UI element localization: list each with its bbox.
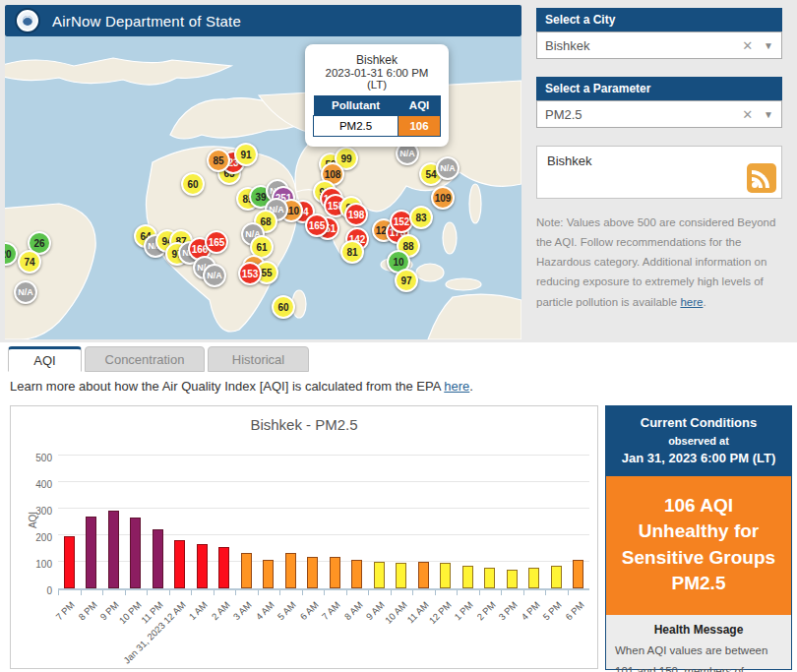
chart-bar [484, 568, 495, 588]
tab-aqi[interactable]: AQI [8, 346, 82, 372]
chart-bar [174, 540, 185, 588]
chart-x-tick [523, 590, 524, 595]
top-section: AirNow Department of State [0, 0, 797, 342]
tab-bar: AQI Concentration Historical [8, 346, 309, 372]
chart-y-tick-label: 300 [17, 506, 52, 517]
aqi-marker-74[interactable]: 74 [18, 250, 41, 274]
chart-x-tick [235, 590, 236, 595]
chart-bar [330, 557, 340, 588]
conditions-aqi-value: 106 AQI [612, 493, 785, 519]
clear-parameter-icon[interactable]: ✕ [735, 107, 760, 122]
aqi-marker-198[interactable]: 198 [344, 203, 368, 226]
health-message-title: Health Message [615, 623, 782, 637]
world-aqi-map[interactable]: 202674N/A60632385918539N/A25154110N/A589… [5, 36, 521, 339]
chart-plot-area: 7 PM8 PM9 PM10 PM11 PMJan 31, 2023 12 AM… [58, 458, 589, 590]
chart-gridline [58, 481, 589, 482]
aqi-marker-91[interactable]: 91 [234, 143, 258, 166]
aqi-marker-165[interactable]: 165 [205, 230, 228, 254]
learn-more-text: Learn more about how the Air Quality Ind… [10, 379, 473, 394]
aqi-marker-na[interactable]: N/A [436, 156, 460, 180]
chart-title: Bishkek - PM2.5 [11, 416, 597, 433]
aqi-marker-85[interactable]: 85 [207, 149, 230, 172]
chart-x-tick [346, 590, 347, 595]
chart-x-tick [258, 590, 259, 595]
city-dropdown-caret-icon[interactable]: ▼ [760, 40, 773, 51]
chart-bar [507, 570, 518, 588]
conditions-title: Current Conditions [610, 413, 787, 433]
chart-bar [241, 553, 252, 588]
chart-bar [396, 563, 406, 588]
chart-bar [197, 544, 208, 588]
chart-gridline [58, 455, 589, 456]
chart-x-tick [147, 590, 148, 595]
chart-x-tick [479, 590, 480, 595]
aqi-marker-97[interactable]: 97 [395, 269, 418, 292]
aqi-marker-na[interactable]: N/A [14, 280, 37, 304]
chart-x-tick [368, 590, 369, 595]
chart-y-tick-label: 200 [17, 532, 52, 543]
popup-aqi-table: Pollutant AQI PM2.5 106 [313, 95, 441, 137]
chart-x-tick [125, 590, 126, 595]
popup-aqi-value: 106 [398, 116, 441, 137]
aqi-marker-60[interactable]: 60 [272, 295, 295, 319]
chart-bar [64, 536, 75, 588]
chart-x-tick [545, 590, 546, 595]
chart-x-tick [501, 590, 502, 595]
beyond-aqi-note: Note: Values above 500 are considered Be… [536, 213, 782, 312]
city-feed-box: Bishkek [536, 146, 782, 199]
aqi-marker-na[interactable]: N/A [203, 264, 226, 287]
aqi-marker-153[interactable]: 153 [238, 262, 262, 285]
chart-x-tick [324, 590, 325, 595]
app-header: AirNow Department of State [5, 5, 521, 36]
conditions-aqi-block: 106 AQI Unhealthy for Sensitive Groups P… [606, 476, 791, 615]
airnow-page: AirNow Department of State [0, 0, 797, 672]
chart-x-tick [412, 590, 413, 595]
map-popup: Bishkek 2023-01-31 6:00 PM (LT) Pollutan… [305, 44, 449, 147]
conditions-observed-at: observed at [610, 433, 787, 450]
parameter-select-value: PM2.5 [545, 107, 735, 122]
chart-x-tick [81, 590, 82, 595]
city-select[interactable]: Bishkek ✕ ▼ [536, 31, 782, 59]
aqi-marker-81[interactable]: 81 [340, 240, 364, 264]
aqi-marker-83[interactable]: 83 [409, 206, 433, 229]
chart-bar [108, 511, 119, 588]
learn-more-here-link[interactable]: here [444, 379, 469, 394]
popup-col-pollutant: Pollutant [314, 95, 398, 116]
chart-x-tick [435, 590, 436, 595]
chart-bar [374, 562, 385, 588]
bottom-section: AQI Concentration Historical Learn more … [0, 342, 797, 672]
city-select-value: Bishkek [545, 38, 735, 53]
parameter-dropdown-caret-icon[interactable]: ▼ [760, 109, 773, 120]
conditions-pollutant: PM2.5 [612, 571, 785, 597]
chart-bar [218, 547, 229, 588]
chart-x-tick [457, 590, 458, 595]
tab-concentration[interactable]: Concentration [85, 346, 205, 372]
clear-city-icon[interactable]: ✕ [735, 38, 760, 53]
aqi-marker-165[interactable]: 165 [305, 214, 329, 237]
chart-bar [573, 560, 583, 588]
chart-x-tick [102, 590, 103, 595]
select-parameter-header: Select a Parameter [536, 77, 782, 100]
chart-bar [418, 562, 429, 588]
current-conditions-panel: Current Conditions observed at Jan 31, 2… [605, 405, 792, 670]
popup-col-aqi: AQI [398, 95, 441, 116]
popup-timezone: (LT) [313, 79, 441, 91]
popup-datetime: 2023-01-31 6:00 PM [313, 67, 441, 79]
chart-x-tick [191, 590, 192, 595]
learn-more-suffix: . [469, 379, 473, 394]
note-here-link[interactable]: here [680, 296, 703, 308]
aqi-marker-60[interactable]: 60 [181, 172, 205, 196]
aqi-marker-109[interactable]: 109 [431, 186, 455, 210]
chart-bar [528, 568, 539, 588]
health-message-block: Health Message When AQI values are betwe… [606, 615, 791, 672]
conditions-timestamp: Jan 31, 2023 6:00 PM (LT) [610, 449, 787, 468]
conditions-header: Current Conditions observed at Jan 31, 2… [606, 406, 791, 476]
conditions-aqi-category: Unhealthy for Sensitive Groups [612, 519, 785, 571]
chart-bar [285, 553, 296, 588]
chart-bar [130, 518, 141, 588]
chart-gridline [58, 508, 589, 509]
chart-x-tick [214, 590, 215, 595]
parameter-select[interactable]: PM2.5 ✕ ▼ [536, 100, 782, 128]
rss-feed-icon[interactable] [747, 163, 776, 193]
tab-historical[interactable]: Historical [208, 346, 309, 372]
